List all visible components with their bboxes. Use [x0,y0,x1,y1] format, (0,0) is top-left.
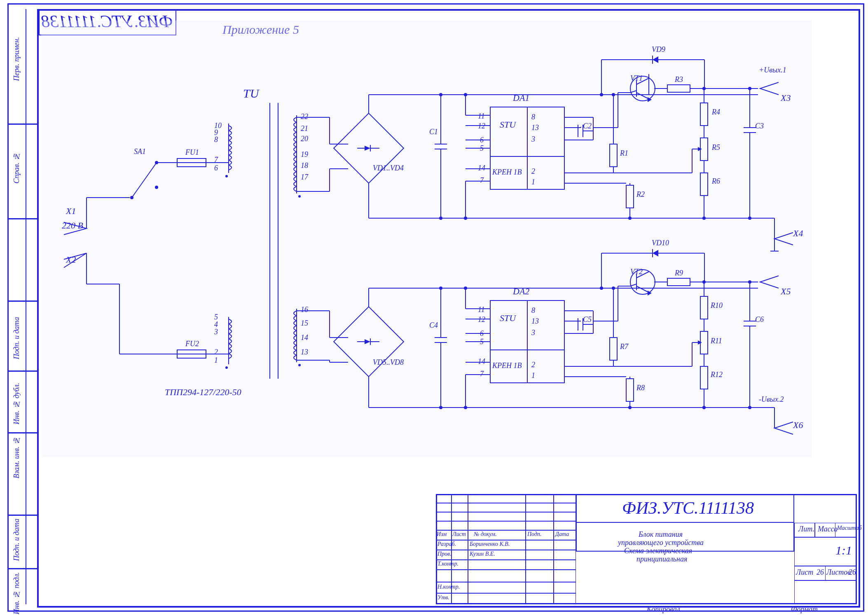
label-c3: C3 [755,122,764,130]
tb-list: Лист [796,568,813,577]
side-label-4: Инв. № дубл. [12,383,21,424]
tb-title4: принципиальная [636,555,687,564]
pin-s21: 21 [301,124,308,133]
tb-listov: Листов [826,568,851,577]
svg-point-81 [464,217,467,220]
label-x3: X3 [781,93,791,103]
pin-s13: 13 [301,348,308,356]
label-da2: DA2 [513,286,529,297]
tb-title1: Блок питания [639,530,683,539]
svg-point-125 [702,87,706,90]
svg-rect-200 [667,278,690,286]
label-r12: R12 [711,370,723,379]
svg-line-112 [630,91,636,93]
side-sep-1 [8,123,37,125]
label-fu2: FU2 [185,340,199,348]
svg-point-221 [748,406,751,409]
svg-line-9 [132,164,156,198]
tb-format: Формат [791,605,818,614]
tb-r2c3: Боринченко К.В. [470,541,510,547]
label-r11: R11 [711,337,722,345]
svg-marker-53 [365,339,370,344]
label-vd5-8: VD5..VD8 [373,358,404,367]
da2-lp0: 11 [478,305,485,314]
svg-point-30 [298,364,301,366]
pin-p3: 3 [214,328,218,336]
tb-kopiraval: Копировал [647,605,680,614]
da1-rp1: 13 [531,123,539,132]
svg-rect-98 [626,185,634,208]
side-sep-5 [8,432,37,433]
da1-lp5: 7 [480,176,484,185]
label-r9: R9 [675,269,683,277]
pin-s20: 20 [301,135,308,143]
tb-r1c4: Подп. [527,531,542,538]
label-r1: R1 [620,149,628,158]
tb-r1c2: Лист [452,531,466,538]
tb-docid: ФИЗ.УТС.1111138 [622,498,754,518]
svg-rect-129 [700,173,708,196]
svg-marker-191 [653,250,658,256]
label-fu1: FU1 [185,148,199,157]
label-sa1: SA1 [134,147,146,156]
label-r7: R7 [620,342,628,351]
svg-rect-178 [610,338,617,360]
da1-lp3: 5 [480,144,484,153]
svg-point-220 [748,280,751,284]
label-transf-model: ТПП294-127/220-50 [165,387,241,398]
tb-r1c3: № докум. [474,531,497,538]
label-r10: R10 [711,301,723,310]
label-220v: 220 В [62,220,83,231]
schematic-svg [41,21,812,457]
pin-p8: 8 [214,135,218,144]
svg-point-7 [155,186,158,189]
tb-r5c1: Н.контр. [438,584,460,590]
tb-r3c1: Пров. [438,551,452,557]
label-r4: R4 [712,108,720,116]
tb-listov-n: 26 [849,568,856,577]
svg-point-186 [612,287,615,290]
pin-p6: 6 [214,164,218,172]
side-sep-2 [8,218,37,219]
tb-r2c1: Разраб. [438,541,456,547]
label-c1: C1 [429,128,438,136]
label-x4: X4 [793,228,803,239]
tb-title2: управляющего устройства [618,538,704,547]
da2-rp4: 1 [531,371,535,380]
da2-rp1: 13 [531,317,539,326]
svg-point-28 [298,195,301,198]
tb-scale-h: Масштаб [837,525,862,531]
label-x6: X6 [793,420,803,431]
pin-s18: 18 [301,161,308,170]
tb-massa: Масса [818,525,838,533]
pin-s19: 19 [301,150,308,159]
da2-lp5: 7 [480,370,484,378]
drawing-page: Перв. примен. Справ. № Подп. и дата Инв.… [0,0,868,615]
tb-r1c1: Изм [437,531,447,538]
svg-point-189 [600,287,603,290]
side-label-2: Справ. № [12,152,21,184]
svg-marker-108 [653,56,658,63]
da2-rp0: 8 [531,306,535,315]
svg-point-103 [612,93,615,96]
da1-lp0: 11 [478,112,485,121]
svg-point-211 [702,406,706,409]
svg-rect-120 [667,85,690,92]
da1-rp3: 2 [531,167,535,176]
pin-s22: 22 [301,112,308,121]
label-da1: DA1 [513,93,529,103]
label-tu: TU [243,86,259,100]
svg-point-79 [464,93,467,96]
pin-p1: 1 [214,356,218,365]
svg-point-21 [225,175,228,177]
tb-r4c1: Т.контр. [438,561,459,567]
label-c4: C4 [429,321,438,330]
label-r5: R5 [712,143,720,152]
pin-s14: 14 [301,333,308,342]
da2-lp4: 14 [478,357,485,366]
da2-rp2: 3 [531,328,535,337]
svg-rect-203 [700,296,708,319]
da2-lp2: 6 [480,329,484,338]
svg-rect-123 [700,103,708,126]
label-vd9: VD9 [652,45,665,54]
